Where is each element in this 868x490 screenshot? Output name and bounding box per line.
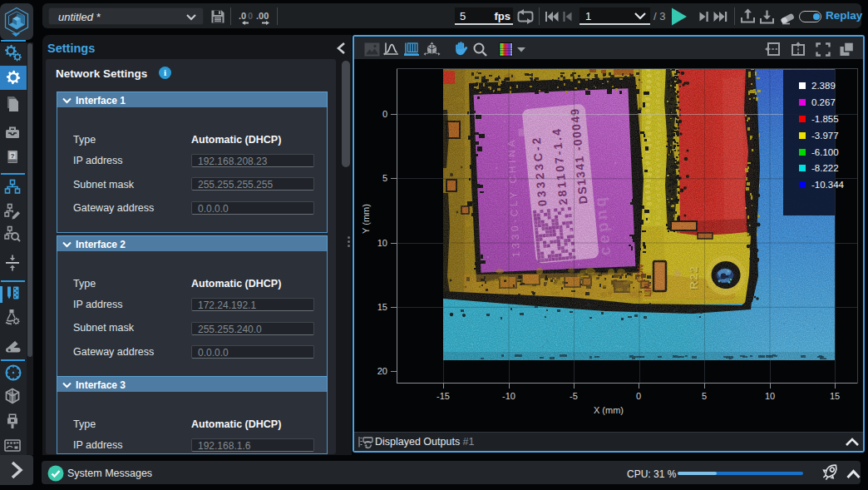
svg-text:.0: .0 xyxy=(239,11,246,21)
svg-text:0: 0 xyxy=(248,11,253,21)
svg-text:?: ? xyxy=(11,152,15,160)
svg-text:.00: .00 xyxy=(256,11,269,21)
